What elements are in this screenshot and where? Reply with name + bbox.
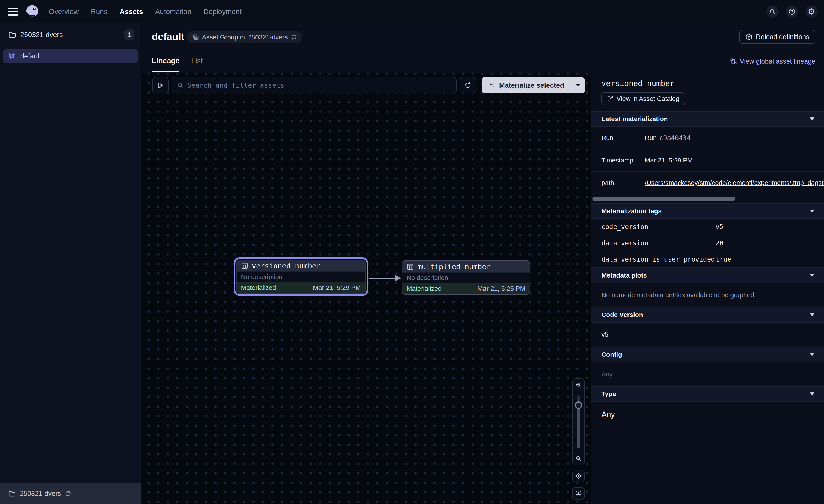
view-global-asset-lineage-link[interactable]: View global asset lineage <box>730 57 815 65</box>
asset-node-multiplied-number[interactable]: multiplied_number No description Materia… <box>402 260 530 295</box>
asset-node-name: versioned_number <box>252 262 321 270</box>
nav-item-runs[interactable]: Runs <box>91 8 108 16</box>
refresh-graph-button[interactable] <box>459 77 476 94</box>
page-title: default <box>152 31 185 42</box>
hamburger-menu-icon[interactable] <box>8 8 18 16</box>
download-icon <box>575 490 582 497</box>
chevron-down-icon <box>810 274 815 277</box>
graph-settings-button[interactable]: ⚙ <box>572 470 585 482</box>
sidebar-group-row[interactable]: 250321-dvers 1 <box>0 23 141 46</box>
materialized-status: Materialized <box>407 285 442 292</box>
materialize-selected-button[interactable]: Materialize selected <box>482 77 585 94</box>
section-header-latest-materialization[interactable]: Latest materialization <box>591 111 824 127</box>
section-heading: Latest materialization <box>601 115 668 123</box>
refresh-icon[interactable] <box>65 490 72 497</box>
cube-reload-icon <box>745 33 752 41</box>
reload-definitions-button[interactable]: Reload definitions <box>739 30 815 44</box>
table-row: path /Users/smackesey/stm/code/elementl/… <box>591 172 824 194</box>
run-prefix: Run <box>645 134 657 141</box>
asset-node-description: No description <box>237 271 365 282</box>
zoom-in-button[interactable] <box>573 379 584 391</box>
section-header-config[interactable]: Config <box>591 347 824 362</box>
table-row: Timestamp Mar 21, 5:29 PM <box>591 149 824 172</box>
chevron-down-icon <box>576 84 581 87</box>
lineage-graph-icon <box>730 58 737 65</box>
chevron-down-icon <box>810 210 815 213</box>
help-icon <box>788 8 796 15</box>
section-heading: Materialization tags <box>601 208 661 215</box>
run-id-link[interactable]: c9a40434 <box>659 134 691 142</box>
section-header-materialization-tags[interactable]: Materialization tags <box>591 203 824 219</box>
nav-item-overview[interactable]: Overview <box>49 8 79 16</box>
asset-node-versioned-number[interactable]: versioned_number No description Material… <box>236 260 366 294</box>
tag-value: v5 <box>709 219 824 235</box>
tag-key: data_version_is_user_provided <box>591 251 709 267</box>
folder-icon <box>8 31 16 38</box>
view-tabs: Lineage List <box>152 56 203 72</box>
section-heading: Code Version <box>601 311 643 319</box>
materialized-timestamp: Mar 21, 5:29 PM <box>313 284 361 291</box>
zoom-in-icon <box>575 382 582 388</box>
nav-item-assets[interactable]: Assets <box>120 8 143 16</box>
gear-icon: ⚙ <box>808 8 815 16</box>
materialize-selected-label: Materialize selected <box>499 81 564 89</box>
chevron-down-icon <box>810 392 815 395</box>
folder-icon <box>8 490 15 497</box>
nav-item-automation[interactable]: Automation <box>155 8 191 16</box>
view-in-asset-catalog-button[interactable]: View in Asset Catalog <box>601 92 685 105</box>
materialize-dropdown-button[interactable] <box>571 77 585 94</box>
code-version-value: v5 <box>601 331 609 338</box>
horizontal-scrollbar-thumb[interactable] <box>592 197 735 201</box>
search-icon <box>769 8 776 15</box>
dagster-logo[interactable] <box>25 5 39 19</box>
footer-repo-name: 250321-dvers <box>20 490 61 498</box>
materialized-status: Materialized <box>241 284 276 291</box>
nav-item-deployment[interactable]: Deployment <box>204 8 241 16</box>
page-header: default Asset Group in 250321-dvers Relo… <box>142 23 824 72</box>
zoom-slider[interactable] <box>573 391 584 452</box>
asset-detail-title: versioned_number <box>601 79 824 88</box>
metadata-plots-empty-message: No numeric metadata entries available to… <box>601 291 756 298</box>
badge-text: Asset Group in <box>202 33 245 41</box>
sidebar-group-name: 250321-dvers <box>20 31 124 39</box>
section-heading: Metadata plots <box>601 272 647 279</box>
asset-group-icon <box>8 52 16 60</box>
zoom-out-button[interactable] <box>573 452 584 465</box>
section-heading: Type <box>601 390 616 398</box>
section-header-type[interactable]: Type <box>591 386 824 402</box>
timestamp-value: Mar 21, 5:29 PM <box>638 149 824 171</box>
zoom-slider-thumb[interactable] <box>575 401 582 409</box>
reload-definitions-label: Reload definitions <box>756 33 809 41</box>
section-header-metadata-plots[interactable]: Metadata plots <box>591 268 824 283</box>
sidebar-footer: 250321-dvers <box>0 483 141 504</box>
section-header-code-version[interactable]: Code Version <box>591 307 824 323</box>
badge-repo-link[interactable]: 250321-dvers <box>248 33 288 41</box>
section-heading: Config <box>601 351 622 358</box>
chevron-down-icon <box>810 117 815 120</box>
tab-lineage[interactable]: Lineage <box>152 56 180 72</box>
path-link[interactable]: /Users/smackesey/stm/code/elementl/exper… <box>645 179 824 186</box>
download-graph-button[interactable] <box>572 487 585 500</box>
row-label: Timestamp <box>591 149 638 171</box>
asset-search-box <box>172 77 456 94</box>
lineage-graph-canvas[interactable]: Materialize selected versioned_number No… <box>142 73 591 504</box>
search-button[interactable] <box>766 6 779 18</box>
asset-node-description: No description <box>402 272 530 283</box>
help-button[interactable] <box>786 6 798 18</box>
settings-button[interactable]: ⚙ <box>805 6 818 18</box>
zoom-out-icon <box>575 455 582 462</box>
toggle-sidebar-panel-button[interactable] <box>152 77 169 94</box>
refresh-icon[interactable] <box>291 34 297 40</box>
tag-value: true <box>709 251 824 267</box>
asset-search-input[interactable] <box>187 81 451 89</box>
refresh-icon <box>464 82 472 89</box>
sidebar-item-default[interactable]: default <box>3 49 138 63</box>
row-label: path <box>591 172 638 194</box>
tab-list[interactable]: List <box>191 56 203 72</box>
table-icon <box>241 262 248 269</box>
tag-key: code_version <box>591 219 709 235</box>
table-row: Run Run c9a40434 <box>591 127 824 149</box>
view-in-asset-catalog-label: View in Asset Catalog <box>617 95 680 102</box>
asset-details-panel: versioned_number View in Asset Catalog L… <box>591 73 824 504</box>
materialized-timestamp: Mar 21, 5:25 PM <box>478 285 525 292</box>
